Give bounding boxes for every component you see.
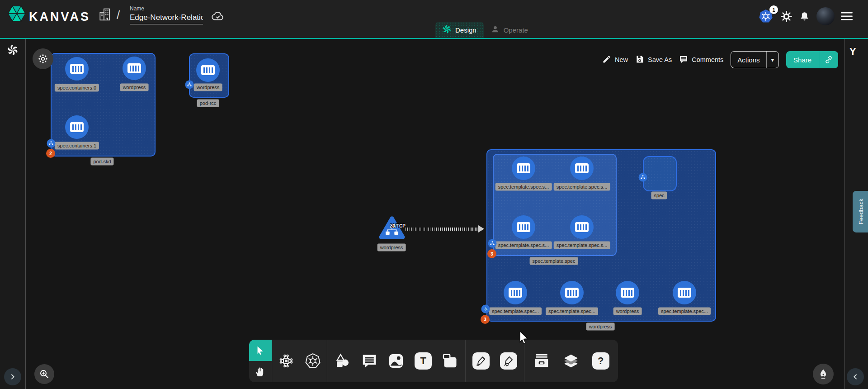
select-tool-button[interactable] <box>249 340 272 361</box>
spec-node[interactable] <box>643 156 677 191</box>
kubernetes-count-badge: 1 <box>769 5 778 14</box>
menu-button[interactable] <box>841 11 854 21</box>
expand-left-panel-button[interactable] <box>4 368 21 385</box>
relationship-badge-icon[interactable] <box>639 173 647 182</box>
share-button[interactable]: Share <box>786 51 838 68</box>
container-icon <box>70 64 84 74</box>
left-sidebar-strip <box>0 39 26 389</box>
container-icon <box>517 222 530 232</box>
container-node[interactable] <box>123 57 146 80</box>
design-name-field: Name <box>130 5 203 24</box>
edge-port-label: 80/TCP <box>390 223 406 228</box>
collapse-right-panel-button[interactable] <box>847 368 864 385</box>
component-section <box>272 340 327 382</box>
design-name-input[interactable] <box>130 13 203 24</box>
node-label: spec.containers.1 <box>55 142 99 150</box>
node-label: spec <box>651 192 667 199</box>
shapes-tool-button[interactable] <box>330 346 354 375</box>
edge-arrowhead-icon <box>478 225 484 232</box>
container-node[interactable] <box>560 281 584 304</box>
relationship-badge-icon[interactable] <box>47 139 56 148</box>
kubernetes-tool-button[interactable] <box>301 346 325 375</box>
help-tool-button[interactable]: ? <box>589 346 613 375</box>
container-icon <box>517 163 530 173</box>
layers-tool-button[interactable] <box>559 346 583 375</box>
user-avatar[interactable] <box>816 7 835 25</box>
container-node[interactable] <box>65 57 89 81</box>
container-icon <box>575 222 589 232</box>
whiteboard-pen-button[interactable] <box>813 364 834 384</box>
design-action-bar: New Save As Comments <box>602 51 838 69</box>
tab-operate[interactable]: Operate <box>484 22 535 38</box>
mouse-cursor <box>519 331 531 346</box>
misc-section: ? <box>524 340 618 382</box>
container-node[interactable] <box>570 157 594 180</box>
text-tool-glyph: T <box>415 352 432 370</box>
canvas-config-button[interactable] <box>33 48 53 69</box>
meshery-spiral-icon[interactable] <box>7 45 18 57</box>
note-tool-button[interactable] <box>438 346 462 375</box>
deployment-badge-icon[interactable] <box>481 305 490 313</box>
relationship-badge-icon[interactable] <box>185 81 194 89</box>
copy-link-icon[interactable] <box>819 51 838 68</box>
node-label: spec.template.spec.s... <box>554 183 610 191</box>
y-panel-icon[interactable]: Y <box>849 46 856 57</box>
comments-button[interactable]: Comments <box>679 55 723 65</box>
components-tool-button[interactable] <box>274 346 298 375</box>
container-icon <box>201 65 215 75</box>
container-icon <box>678 288 691 298</box>
settings-button[interactable] <box>780 10 793 23</box>
container-node[interactable] <box>512 157 535 180</box>
group-label: spec.template.spec <box>530 257 578 265</box>
pointer-tools <box>249 340 272 382</box>
tab-design[interactable]: Design <box>435 22 484 38</box>
container-node[interactable] <box>570 215 594 239</box>
container-node[interactable] <box>616 281 639 304</box>
bottom-toolbar: T <box>249 340 618 382</box>
header-bar: KANVAS / Name <box>0 0 868 39</box>
notifications-button[interactable] <box>799 11 810 22</box>
container-node[interactable] <box>196 58 220 82</box>
issue-count-badge[interactable]: 3 <box>487 249 496 258</box>
zoom-button[interactable] <box>34 364 54 384</box>
issue-count-badge[interactable]: 3 <box>481 315 490 324</box>
service-node[interactable] <box>379 215 405 242</box>
relationship-badge-icon[interactable] <box>488 239 497 248</box>
organization-icon[interactable] <box>99 7 112 24</box>
text-tool-button[interactable]: T <box>411 346 435 375</box>
operate-person-icon <box>491 25 500 35</box>
save-as-label: Save As <box>648 56 672 63</box>
issue-count-badge[interactable]: 2 <box>46 149 55 158</box>
caret-down-icon[interactable]: ▾ <box>766 52 779 68</box>
group-label: wordpress <box>586 323 615 331</box>
comment-tool-button[interactable] <box>357 346 382 375</box>
group-label: pod-rcc <box>197 100 219 107</box>
node-label: spec.template.spec... <box>546 308 598 315</box>
container-node[interactable] <box>512 215 535 239</box>
container-node[interactable] <box>504 281 527 304</box>
group-label: pod-skd <box>90 158 113 166</box>
kanvas-logo-icon[interactable] <box>6 3 27 26</box>
tab-operate-label: Operate <box>504 26 528 34</box>
new-label: New <box>615 56 628 63</box>
archive-tool-button[interactable] <box>529 346 554 375</box>
save-as-button[interactable]: Save As <box>635 55 672 65</box>
new-button[interactable]: New <box>602 55 628 65</box>
edge-draw-tool-button[interactable] <box>469 346 493 375</box>
kubernetes-context-button[interactable]: 1 <box>758 8 774 24</box>
container-node[interactable] <box>673 281 696 304</box>
container-icon <box>70 122 84 132</box>
container-icon <box>509 288 522 298</box>
service-edge[interactable] <box>406 228 479 231</box>
help-glyph: ? <box>592 352 609 370</box>
freehand-draw-tool-button[interactable] <box>496 346 521 375</box>
container-icon <box>575 163 589 173</box>
container-node[interactable] <box>65 115 89 139</box>
annotation-section: T <box>327 340 465 382</box>
image-tool-button[interactable] <box>384 346 408 375</box>
actions-dropdown-button[interactable]: Actions ▾ <box>731 51 779 68</box>
node-label: spec.template.spec.s... <box>554 242 610 249</box>
container-icon <box>565 288 579 298</box>
pan-tool-button[interactable] <box>249 361 272 382</box>
feedback-tab[interactable]: Feedback <box>853 191 868 232</box>
